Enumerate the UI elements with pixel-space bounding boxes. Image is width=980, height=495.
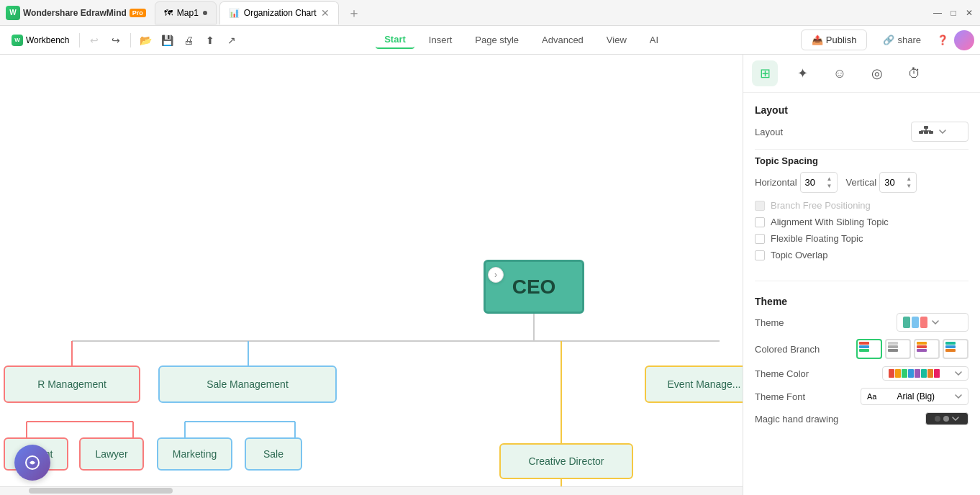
panel-emoji-icon[interactable]: ☺ [827, 60, 853, 86]
flexible-label: Flexible Floating Topic [771, 233, 863, 244]
share-icon: 🔗 [883, 35, 894, 45]
branch-option-1[interactable] [856, 339, 882, 359]
redo-button[interactable]: ↪ [106, 30, 126, 50]
help-button[interactable]: ❓ [937, 35, 948, 45]
title-bar: W Wondershare EdrawMind Pro 🗺 Map1 📊 Org… [0, 0, 980, 26]
spacing-row: Horizontal 30 ▲ ▼ Vertical 30 [755, 172, 968, 193]
menu-tab-page-style[interactable]: Page style [466, 32, 527, 48]
menu-tab-view[interactable]: View [598, 32, 635, 48]
marketing-label: Marketing [173, 448, 217, 460]
menu-tabs: Start Insert Page style Advanced View AI [243, 31, 799, 49]
panel-brightness-icon[interactable]: ◎ [864, 60, 890, 86]
magic-dot-1 [935, 416, 940, 422]
hr-label: R Management [37, 378, 106, 390]
color-strip [889, 369, 952, 378]
horizontal-spacing-group: Horizontal 30 ▲ ▼ [755, 172, 838, 193]
minimize-button[interactable]: — [933, 8, 943, 18]
color-2 [895, 369, 901, 378]
open-button[interactable]: 📂 [135, 30, 155, 50]
save-button[interactable]: 💾 [157, 30, 177, 50]
tab-map1[interactable]: 🗺 Map1 [155, 1, 217, 24]
layout-select[interactable] [911, 122, 968, 142]
panel-icon-tabs: ⊞ ✦ ☺ ◎ ⏱ [743, 55, 980, 93]
menu-tab-start[interactable]: Start [376, 31, 414, 49]
new-tab-button[interactable]: ＋ [342, 4, 366, 22]
maximize-button[interactable]: □ [948, 8, 958, 18]
lawyer-label: Lawyer [95, 448, 127, 460]
workbench-button[interactable]: W Workbench [6, 32, 75, 49]
branch-option-2[interactable] [885, 339, 911, 359]
canvas[interactable]: CEO R Management Sale Management Event M… [0, 55, 743, 495]
font-value: Arial (Big) [897, 391, 935, 401]
branch-option-3[interactable] [914, 339, 940, 359]
horizontal-value: 30 [805, 177, 815, 188]
toolbar-right: 📤 Publish 🔗 share ❓ [801, 29, 974, 50]
sale-sub-node[interactable]: Sale [245, 437, 302, 471]
user-avatar[interactable] [954, 30, 974, 50]
overlap-row: Topic Overlap [755, 250, 968, 260]
toolbar-sep-2 [130, 33, 131, 47]
theme-select[interactable] [897, 313, 968, 332]
theme-color-select[interactable] [882, 366, 968, 381]
flexible-checkbox[interactable] [755, 234, 765, 244]
undo-button[interactable]: ↩ [84, 30, 104, 50]
toolbar: W Workbench ↩ ↪ 📂 💾 🖨 ⬆ ↗ Start Insert P… [0, 26, 980, 55]
theme-font-label: Theme Font [755, 391, 805, 402]
menu-tab-insert[interactable]: Insert [420, 32, 461, 48]
print-button[interactable]: 🖨 [178, 30, 199, 50]
svg-rect-19 [924, 126, 928, 129]
magic-drawing-label: Magic hand drawing [755, 414, 838, 424]
colored-branch-row: Colored Branch [755, 339, 968, 359]
close-button[interactable]: ✕ [964, 8, 974, 18]
theme-font-select[interactable]: Aa Arial (Big) [861, 388, 968, 405]
sale-management-node[interactable]: Sale Management [158, 365, 337, 403]
share-button[interactable]: 🔗 share [873, 30, 931, 50]
overlap-checkbox[interactable] [755, 250, 765, 260]
theme-label: Theme [755, 317, 784, 328]
creative-director-node[interactable]: Creative Director [499, 443, 633, 479]
publish-button[interactable]: 📤 Publish [801, 29, 868, 50]
layout-section: Layout Layout [755, 104, 968, 266]
tab-org-close[interactable]: ✕ [321, 7, 330, 19]
menu-tab-ai[interactable]: AI [641, 32, 667, 48]
tab-org-label: Organization Chart [244, 8, 317, 18]
magic-drawing-select[interactable] [925, 412, 968, 425]
panel-sparkle-icon[interactable]: ✦ [789, 60, 815, 86]
bottom-app-icon[interactable] [14, 445, 50, 481]
tab-map1-label: Map1 [177, 8, 199, 18]
alignment-row: Alignment With Sibling Topic [755, 217, 968, 227]
layout-section-title: Layout [755, 104, 968, 116]
tab-org-chart[interactable]: 📊 Organization Chart ✕ [219, 1, 339, 24]
panel-collapse-button[interactable]: › [488, 267, 504, 283]
panel-collapse-icon: › [494, 270, 497, 280]
panel-layout-icon[interactable]: ⊞ [752, 60, 778, 86]
branch-free-checkbox[interactable] [755, 201, 765, 211]
horizontal-arrows: ▲ ▼ [827, 176, 832, 189]
marketing-node[interactable]: Marketing [157, 437, 232, 471]
vertical-up[interactable]: ▲ [906, 176, 912, 183]
app-name: Wondershare EdrawMind [23, 8, 127, 18]
scrollbar-thumb[interactable] [29, 488, 173, 494]
export-button[interactable]: ⬆ [200, 30, 220, 50]
pro-badge: Pro [130, 9, 146, 17]
vertical-arrows: ▲ ▼ [906, 176, 912, 189]
workbench-label: Workbench [26, 35, 69, 45]
menu-tab-advanced[interactable]: Advanced [533, 32, 592, 48]
branch-option-4[interactable] [943, 339, 968, 359]
horizontal-up[interactable]: ▲ [827, 176, 832, 183]
vertical-input[interactable]: 30 ▲ ▼ [879, 172, 917, 193]
alignment-checkbox[interactable] [755, 217, 765, 227]
horizontal-down[interactable]: ▼ [827, 183, 832, 190]
magic-dropdown-icon [952, 417, 959, 421]
event-management-node[interactable]: Event Manage... [645, 365, 743, 403]
share-toolbar-button[interactable]: ↗ [222, 30, 242, 50]
hr-management-node[interactable]: R Management [4, 365, 140, 403]
horizontal-scrollbar[interactable] [0, 486, 743, 495]
panel-content: Layout Layout [743, 93, 980, 444]
color-dropdown-icon [955, 371, 962, 376]
lawyer-node[interactable]: Lawyer [79, 437, 144, 471]
horizontal-input[interactable]: 30 ▲ ▼ [800, 172, 838, 193]
color-4 [908, 369, 914, 378]
vertical-down[interactable]: ▼ [906, 183, 912, 190]
panel-clock-icon[interactable]: ⏱ [902, 60, 927, 86]
